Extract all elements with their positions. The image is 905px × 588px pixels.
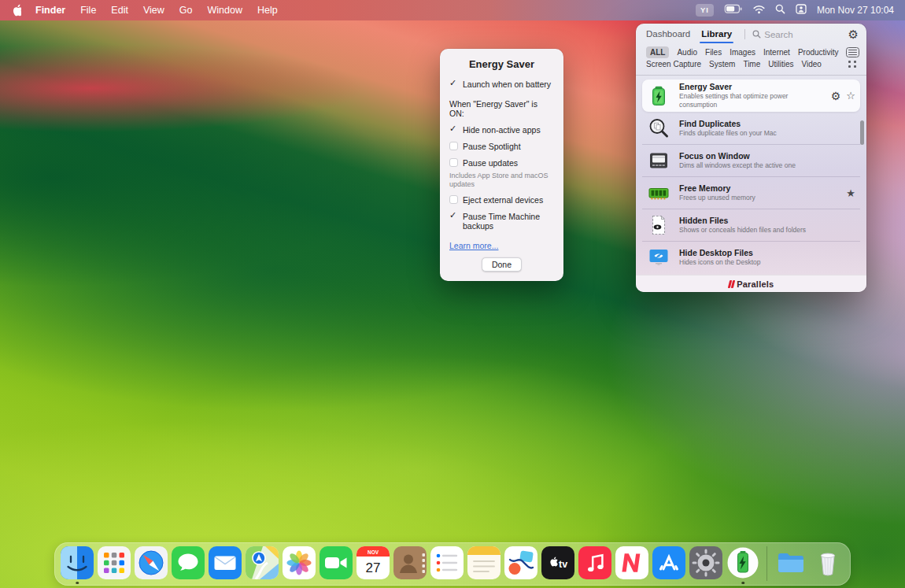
focus-on-window-icon	[647, 149, 670, 172]
dock-safari[interactable]	[135, 546, 168, 586]
dock-music[interactable]	[578, 546, 611, 586]
find-duplicates-icon	[647, 116, 670, 140]
tool-list: Energy Saver Enables settings that optim…	[636, 76, 866, 273]
category-all[interactable]: ALL	[646, 46, 669, 58]
dock-freeform[interactable]	[504, 546, 537, 586]
menu-item-file[interactable]: File	[80, 5, 96, 16]
category-internet[interactable]: Internet	[763, 46, 790, 58]
checkbox-launch-on-battery[interactable]	[449, 80, 458, 88]
settings-gear-icon[interactable]: ⚙	[848, 28, 859, 40]
popup-option-label: Eject external devices	[463, 195, 543, 205]
favorite-star-outline-icon[interactable]: ☆	[846, 91, 855, 101]
popup-option-label: Hide non-active apps	[463, 125, 541, 135]
dock-finder[interactable]	[61, 546, 94, 586]
category-system[interactable]: System	[709, 58, 735, 70]
parallels-logo-icon	[729, 280, 734, 288]
checkbox-hide-non-active-apps[interactable]	[449, 125, 458, 134]
dock-reminders[interactable]	[430, 546, 464, 586]
menu-bar-clock[interactable]: Mon Nov 27 10:04	[817, 5, 894, 16]
checkbox-pause-updates[interactable]	[449, 158, 458, 167]
running-indicator	[76, 582, 79, 585]
hidden-files-icon	[647, 213, 670, 237]
popup-option: Launch when on battery	[449, 80, 554, 89]
dock-calendar[interactable]: NOV27	[356, 546, 390, 586]
category-utilities[interactable]: Utilities	[768, 58, 793, 70]
category-productivity[interactable]: Productivity	[798, 46, 839, 58]
apple-menu-icon[interactable]	[11, 4, 21, 17]
dock-divider	[766, 546, 767, 581]
checkbox-pause-spotlight[interactable]	[449, 142, 458, 150]
checkbox-eject-external-devices[interactable]	[449, 195, 458, 204]
tool-free-memory[interactable]: Free Memory Frees up unused memory ★	[642, 176, 860, 209]
dock-notes[interactable]	[467, 546, 501, 586]
dock-photos[interactable]	[283, 546, 316, 586]
scrollbar-thumb[interactable]	[860, 120, 864, 145]
tool-hidden-files[interactable]: Hidden Files Shows or conceals hidden fi…	[642, 209, 860, 241]
category-screen-capture[interactable]: Screen Capture	[646, 58, 701, 70]
dock-launchpad[interactable]	[98, 546, 131, 586]
menu-item-go[interactable]: Go	[179, 5, 193, 16]
wifi-icon[interactable]	[753, 5, 765, 17]
category-audio[interactable]: Audio	[677, 46, 697, 58]
dock: NOV27 tv	[54, 542, 851, 586]
popup-option-label: Launch when on battery	[463, 80, 551, 89]
popup-option-label: Pause Spotlight	[463, 142, 521, 151]
dock-contacts[interactable]	[393, 546, 427, 586]
popup-option-label: Pause Time Machine backups	[463, 212, 554, 231]
search-field[interactable]: Search	[752, 30, 848, 39]
menu-item-view[interactable]: View	[143, 5, 164, 16]
tool-desc: Finds duplicate files on your Mac	[679, 129, 855, 138]
dock-downloads-folder[interactable]	[774, 546, 807, 586]
dock-mail[interactable]	[209, 546, 242, 586]
tool-name: Free Memory	[679, 183, 837, 194]
grid-view-icon[interactable]	[848, 61, 858, 68]
menu-item-window[interactable]: Window	[207, 5, 242, 16]
learn-more-link[interactable]: Learn more...	[449, 241, 498, 250]
parallels-brand-name: Parallels	[737, 279, 774, 289]
menu-item-edit[interactable]: Edit	[111, 5, 128, 16]
parallels-toolbox-menu-icon[interactable]: YI	[696, 4, 714, 17]
battery-icon[interactable]	[724, 4, 743, 17]
favorite-star-filled-icon[interactable]: ★	[846, 188, 855, 198]
dock-messages[interactable]	[172, 546, 205, 586]
search-icon	[752, 30, 761, 39]
popup-option: Eject external devices	[449, 195, 554, 205]
tool-energy-saver[interactable]: Energy Saver Enables settings that optim…	[642, 80, 860, 112]
tool-find-duplicates[interactable]: Find Duplicates Finds duplicate files on…	[642, 112, 860, 144]
tab-library[interactable]: Library	[701, 24, 732, 44]
tool-name: Hide Desktop Files	[679, 248, 855, 258]
tool-settings-gear-icon[interactable]: ⚙	[831, 91, 841, 102]
category-time[interactable]: Time	[743, 58, 760, 70]
category-video[interactable]: Video	[801, 58, 821, 70]
menu-item-finder[interactable]: Finder	[35, 5, 65, 16]
dock-facetime[interactable]	[320, 546, 353, 586]
dock-trash[interactable]	[811, 546, 844, 586]
tool-desc: Enables settings that optimize power con…	[679, 92, 822, 109]
dock-energy-saver[interactable]	[726, 546, 759, 586]
dock-news[interactable]	[615, 546, 648, 586]
parallels-toolbox-window: Dashboard Library Search ⚙ ALL Audio Fil…	[636, 24, 866, 292]
category-images[interactable]: Images	[730, 46, 755, 58]
dock-app-store[interactable]	[652, 546, 685, 586]
user-switch-icon[interactable]	[796, 4, 807, 17]
dock-maps[interactable]	[246, 546, 279, 586]
dock-apple-tv[interactable]: tv	[541, 546, 574, 586]
spotlight-search-icon[interactable]	[775, 4, 785, 17]
popup-section-label: When "Energy Saver" is ON:	[449, 99, 554, 118]
tool-hide-desktop-files[interactable]: Hide Desktop Files Hides icons on the De…	[642, 241, 860, 273]
dock-system-settings[interactable]	[689, 546, 722, 586]
free-memory-icon	[647, 181, 670, 205]
tab-dashboard[interactable]: Dashboard	[646, 24, 690, 44]
menu-item-help[interactable]: Help	[257, 5, 278, 16]
menu-bar-status-area: YI Mon Nov 27 10:04	[696, 4, 894, 17]
checkbox-pause-time-machine[interactable]	[449, 212, 458, 220]
popup-option: Pause updates	[449, 158, 554, 168]
toolbox-footer: Parallels	[636, 275, 866, 292]
energy-saver-popup: Energy Saver Launch when on battery When…	[440, 49, 563, 281]
category-files[interactable]: Files	[705, 46, 722, 58]
tool-desc: Dims all windows except the active one	[679, 161, 855, 170]
done-button[interactable]: Done	[482, 257, 522, 272]
tool-focus-on-window[interactable]: Focus on Window Dims all windows except …	[642, 144, 860, 176]
list-view-icon[interactable]	[846, 47, 859, 57]
tool-desc: Hides icons on the Desktop	[679, 258, 855, 267]
